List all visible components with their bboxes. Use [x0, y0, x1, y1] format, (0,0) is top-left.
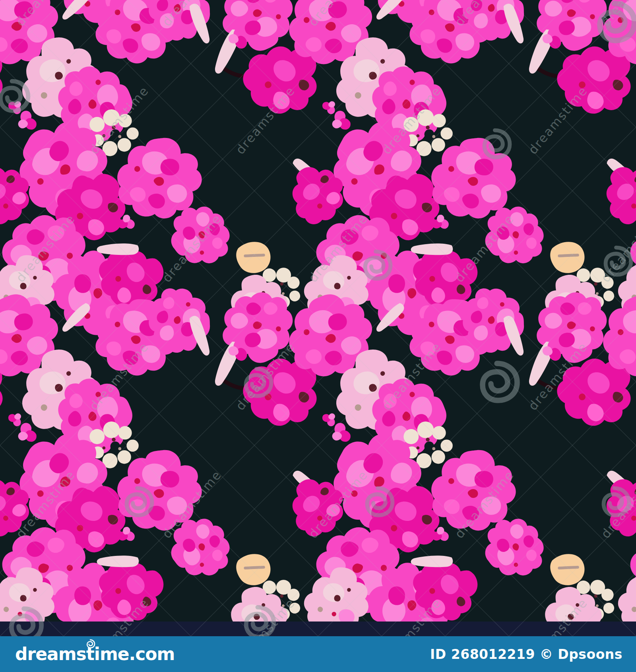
stock-image-preview: dreamstimedreamstimedreamstimedreamstime…: [0, 0, 636, 672]
image-credit: ID 268012219 © Dpsoons: [430, 647, 622, 662]
dreamstime-logo: dreamstime.com: [15, 645, 175, 663]
dreamstime-spiral-icon: [85, 639, 95, 649]
bottom-navy-strip: [0, 622, 636, 636]
pattern-artwork: dreamstimedreamstimedreamstimedreamstime…: [0, 0, 636, 636]
footer-bar: dreamstime.com ID 268012219 © Dpsoons: [0, 636, 636, 672]
